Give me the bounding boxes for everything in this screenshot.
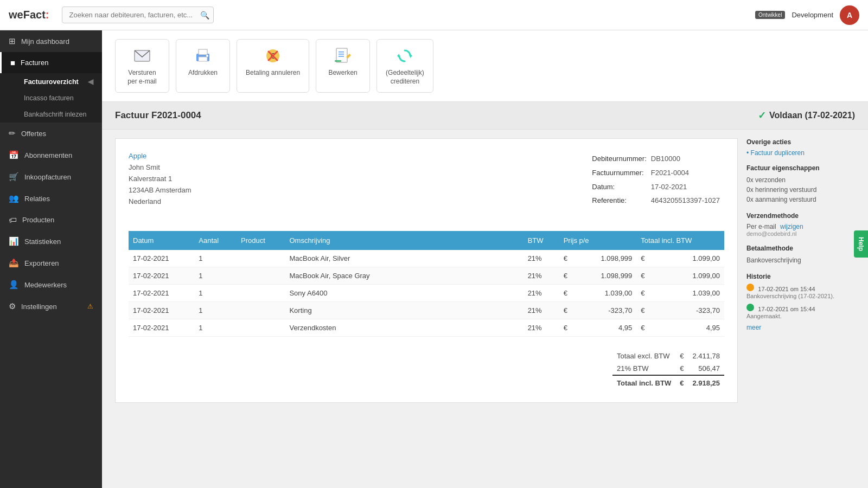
row-prijs-val: 4,95 bbox=[578, 319, 637, 337]
row-prijs-val: 1.098,999 bbox=[578, 250, 637, 267]
row-aantal: 1 bbox=[194, 250, 237, 267]
meta-table: Debiteurnummer: DB10000 Factuurnummer: F… bbox=[592, 152, 724, 207]
avatar[interactable]: A bbox=[840, 5, 859, 25]
betaling-annuleren-button[interactable]: € Betaling annuleren bbox=[237, 39, 309, 93]
row-prijs-eur: € bbox=[559, 302, 578, 319]
sidebar-item-relaties[interactable]: 👥 Relaties bbox=[0, 188, 102, 209]
env-badge: Ontwikkel bbox=[755, 11, 785, 19]
versturen-label: Versturenper e-mail bbox=[127, 69, 156, 86]
factuur-dupliceren-link[interactable]: Factuur dupliceren bbox=[751, 149, 805, 157]
betaalmethode-title: Betaalmethode bbox=[746, 245, 855, 252]
invoice-totals: Totaal excl. BTW € 2.411,78 21% BTW € 50… bbox=[129, 350, 724, 389]
exporteren-icon: 📤 bbox=[9, 258, 19, 268]
col-datum: Datum bbox=[129, 231, 194, 250]
invoice-document: Apple John Smit Kalverstraat 1 1234AB Am… bbox=[115, 138, 738, 403]
address-line1: Kalverstraat 1 bbox=[129, 174, 192, 185]
referentie-value: 4643205513397-1027 bbox=[651, 194, 724, 208]
address-line2: 1234AB Amsterdam bbox=[129, 185, 192, 196]
main-content: Versturenper e-mail Afdrukken € Betaling… bbox=[102, 30, 868, 488]
versturen-button[interactable]: Versturenper e-mail bbox=[115, 39, 169, 93]
row-datum: 17-02-2021 bbox=[129, 285, 194, 302]
table-row: 17-02-2021 1 Sony A6400 21% € 1.039,00 €… bbox=[129, 285, 724, 302]
help-tab[interactable]: Help bbox=[854, 230, 868, 258]
logo-dot: : bbox=[46, 9, 49, 21]
factuur-eigenschappen-panel: Factuur eigenschappen 0x verzonden 0x he… bbox=[746, 164, 855, 204]
afdrukken-label: Afdrukken bbox=[188, 69, 218, 76]
invoice-header: Factuur F2021-0004 ✓ Voldaan (17-02-2021… bbox=[102, 102, 868, 130]
sidebar-item-inkoopfacturen[interactable]: 🛒 Inkoopfacturen bbox=[0, 166, 102, 188]
history-item: 17-02-2021 om 15:44 Bankoverschrijving (… bbox=[746, 284, 855, 299]
history-list: 17-02-2021 om 15:44 Bankoverschrijving (… bbox=[746, 284, 855, 319]
col-product: Product bbox=[237, 231, 285, 250]
bewerken-button[interactable]: Bewerken bbox=[316, 39, 370, 93]
row-prijs-eur: € bbox=[559, 319, 578, 337]
row-aantal: 1 bbox=[194, 285, 237, 302]
debiteurnummer-value: DB10000 bbox=[651, 152, 724, 166]
company-name[interactable]: Apple bbox=[129, 152, 192, 160]
invoice-table: Datum Aantal Product Omschrijving BTW Pr… bbox=[129, 231, 724, 337]
sidebar-item-abonnementen[interactable]: 📅 Abonnementen bbox=[0, 144, 102, 166]
sidebar-item-instellingen[interactable]: ⚙ Instellingen ⚠ bbox=[0, 296, 102, 317]
row-btw: 21% bbox=[524, 267, 559, 285]
btw-label: 21% BTW bbox=[612, 362, 675, 375]
verzonden-text: 0x verzonden bbox=[746, 175, 855, 185]
row-btw: 21% bbox=[524, 250, 559, 267]
instellingen-icon: ⚙ bbox=[9, 301, 16, 311]
row-btw: 21% bbox=[524, 302, 559, 319]
bewerken-icon bbox=[333, 46, 353, 66]
dev-dropdown[interactable]: Development bbox=[792, 11, 833, 19]
btw-eur: € bbox=[675, 362, 688, 375]
row-aantal: 1 bbox=[194, 267, 237, 285]
row-aantal: 1 bbox=[194, 302, 237, 319]
row-aantal: 1 bbox=[194, 319, 237, 337]
relaties-icon: 👥 bbox=[9, 194, 19, 203]
svg-point-4 bbox=[206, 55, 208, 57]
row-totaal-eur: € bbox=[636, 285, 659, 302]
afdrukken-button[interactable]: Afdrukken bbox=[176, 39, 230, 93]
avatar-initial: A bbox=[847, 11, 852, 20]
crediteren-button[interactable]: (Gedeeltelijk)crediteren bbox=[376, 39, 433, 93]
wijzigen-link[interactable]: wijzigen bbox=[780, 223, 803, 230]
producten-icon: 🏷 bbox=[9, 215, 17, 224]
statistieken-icon: 📊 bbox=[9, 236, 19, 246]
invoice-content-wrap: Apple John Smit Kalverstraat 1 1234AB Am… bbox=[102, 130, 868, 412]
sidebar-item-exporteren[interactable]: 📤 Exporteren bbox=[0, 252, 102, 274]
sidebar-item-producten[interactable]: 🏷 Producten bbox=[0, 209, 102, 230]
row-prijs-eur: € bbox=[559, 267, 578, 285]
history-date: 17-02-2021 om 15:44 bbox=[758, 286, 815, 292]
table-row: 17-02-2021 1 Verzendkosten 21% € 4,95 € … bbox=[129, 319, 724, 337]
medewerkers-icon: 👤 bbox=[9, 280, 19, 290]
row-product bbox=[237, 267, 285, 285]
invoice-status-text: Voldaan (17-02-2021) bbox=[769, 111, 855, 120]
offertes-icon: ✏ bbox=[9, 129, 16, 138]
sidebar-item-facturen[interactable]: ■ Facturen bbox=[0, 52, 102, 73]
search-input[interactable] bbox=[62, 7, 214, 23]
sidebar-label-producten: Producten bbox=[22, 216, 54, 224]
svg-rect-13 bbox=[335, 60, 341, 62]
row-omschrijving: MacBook Air, Silver bbox=[285, 250, 523, 267]
sidebar-item-factuuroverzicht[interactable]: Factuuroverzicht ◀ bbox=[9, 73, 102, 90]
invoice-right-sidebar: Overige acties • Factuur dupliceren Fact… bbox=[746, 138, 855, 403]
row-product bbox=[237, 285, 285, 302]
row-datum: 17-02-2021 bbox=[129, 319, 194, 337]
verzendmethode-title: Verzendmethode bbox=[746, 212, 855, 220]
sidebar-item-offertes[interactable]: ✏ Offertes bbox=[0, 123, 102, 144]
historie-title: Historie bbox=[746, 273, 855, 280]
sidebar-item-incasso[interactable]: Incasso facturen bbox=[9, 90, 102, 106]
betaalmethode-value: Bankoverschrijving bbox=[746, 255, 855, 265]
sidebar-item-bankafschrift[interactable]: Bankafschrift inlezen bbox=[9, 106, 102, 123]
history-date: 17-02-2021 om 15:44 bbox=[758, 306, 815, 312]
row-product bbox=[237, 250, 285, 267]
history-desc: Aangemaakt. bbox=[746, 313, 855, 319]
sidebar-item-statistieken[interactable]: 📊 Statistieken bbox=[0, 230, 102, 252]
meer-link[interactable]: meer bbox=[746, 324, 761, 331]
row-omschrijving: Verzendkosten bbox=[285, 319, 523, 337]
sidebar-label-abonnementen: Abonnementen bbox=[24, 151, 72, 159]
row-totaal-val: 1.039,00 bbox=[659, 285, 724, 302]
warning-icon: ⚠ bbox=[87, 303, 93, 310]
sidebar-item-dashboard[interactable]: ⊞ Mijn dashboard bbox=[0, 30, 102, 52]
sidebar-item-medewerkers[interactable]: 👤 Medewerkers bbox=[0, 274, 102, 296]
row-totaal-val: -323,70 bbox=[659, 302, 724, 319]
totaal-incl-eur: € bbox=[675, 375, 688, 389]
sidebar-label-offertes: Offertes bbox=[21, 130, 46, 138]
